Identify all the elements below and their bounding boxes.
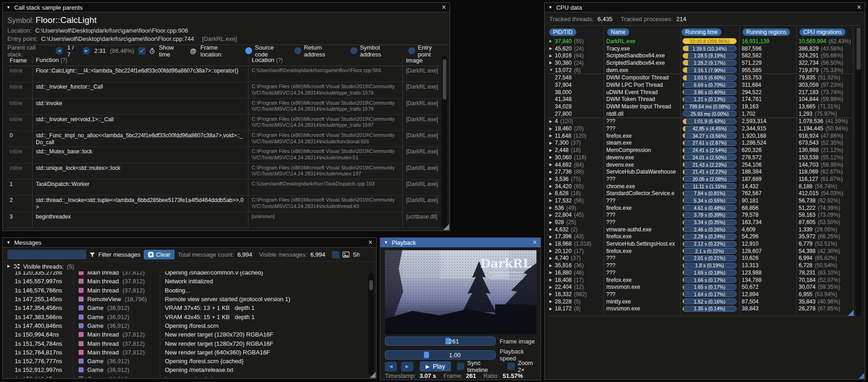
expand-arrow-icon[interactable]: ▶ xyxy=(548,184,555,188)
message-row[interactable]: 1s 153,116,37nsGame(36,912)Intro menu lo… xyxy=(6,375,365,377)
cpu-row[interactable]: ▶18,460(20)???42.85 s (4.45%)2,344,9151,… xyxy=(548,125,853,132)
cpu-row[interactable]: ▶27,548DWM Compositor Thread1:03.5 (6.60… xyxy=(548,74,853,81)
cpu-scrollbar[interactable] xyxy=(856,27,862,316)
cpu-row[interactable]: ▶37,904DWM LPC Port Thread6.69 s (0.70%)… xyxy=(548,81,853,89)
expand-arrow-icon[interactable]: ▶ xyxy=(548,198,555,202)
resize-grip[interactable] xyxy=(370,372,376,378)
cpu-row[interactable]: ▶17,396(43)firefox.exe2.28 s (0.24%)54,2… xyxy=(548,233,853,241)
column-header-image[interactable]: Image xyxy=(402,57,442,64)
callstack-titlebar[interactable]: ▼ Call stack sample parents × xyxy=(3,3,450,12)
sync-timeline-toggle[interactable]: Sync timeline xyxy=(457,360,502,373)
column-header-name[interactable]: Name xyxy=(607,28,629,36)
cpu-row[interactable]: ▶30,380(24)ScriptedSandbox64.exe1:28.2 (… xyxy=(548,59,853,67)
message-row[interactable]: 1s 150,994,64nsMain thread(37,812)New re… xyxy=(6,330,365,339)
cpu-row[interactable]: ▶30,060(116)devenv.exe24.01 s (2.50%)278… xyxy=(548,154,853,161)
sync-timeline-checkbox[interactable] xyxy=(457,363,464,370)
cpu-row[interactable]: ▶7,300(37)steam.exe27.61 s (2.87%)1,286,… xyxy=(548,140,853,147)
cpu-row[interactable]: ▶928(25)???3.34 s (0.35%)163,73487,605(5… xyxy=(548,219,853,226)
column-header-frame[interactable]: Frame xyxy=(6,57,32,64)
close-icon[interactable]: × xyxy=(857,4,861,11)
resize-grip[interactable] xyxy=(858,373,864,379)
expand-arrow-icon[interactable]: ▶ xyxy=(548,163,555,167)
message-row[interactable]: 1s 147,383,566nsGame(36,912)VRAM 43x45: … xyxy=(6,312,365,321)
cpu-row[interactable]: ▶4(120)???1:01.9 (6.43%)2,593,3141,078,5… xyxy=(548,118,853,125)
message-row[interactable]: 1s 147,400,846nsGame(36,912)Opening /for… xyxy=(6,321,365,330)
expand-arrow-icon[interactable]: ▶ xyxy=(548,170,555,174)
cpu-row[interactable]: ▼13,072(6)dwm.exe1:16.1 (7.90%)955,58571… xyxy=(548,67,853,74)
message-row[interactable]: 1s 152,764,817nsMain thread(37,812)New r… xyxy=(6,348,365,357)
message-row[interactable]: 1s 152,776,777nsGame(36,912)Opening /for… xyxy=(6,357,365,365)
expand-arrow-icon[interactable]: ▶ xyxy=(548,264,555,268)
message-row[interactable]: 1s 152,912,997nsGame(36,912)Opening /met… xyxy=(6,365,365,374)
scrollbar-thumb[interactable] xyxy=(857,28,861,70)
callstack-frame-row[interactable]: 2std::thread::_Invoke<std::tuple<<lambda… xyxy=(6,196,442,212)
slider-handle[interactable] xyxy=(424,352,429,358)
message-row[interactable]: 1s 145,557,997nsMain thread(37,812)Netwo… xyxy=(6,277,365,286)
next-callstack-button[interactable]: ▶ xyxy=(83,47,90,55)
column-header-cpu-migrations[interactable]: CPU migrations xyxy=(800,28,845,36)
callstack-frame-row[interactable]: 3beginthreadex[unknown][ucrtbase.dll] xyxy=(6,212,442,228)
expand-arrow-icon[interactable]: ▶ xyxy=(548,127,555,131)
visible-threads-row[interactable]: ▶ Visible threads: (5) xyxy=(3,262,376,271)
expand-arrow-icon[interactable]: ▼ xyxy=(548,68,555,72)
column-header-running-regions[interactable]: Running regions xyxy=(743,28,790,36)
message-row[interactable]: 1s 146,576,766nsMain thread(37,812)Booti… xyxy=(6,286,365,295)
cpu-row[interactable]: ▶4,632(2)vmware-authd.exe2.46 s (0.26%)4… xyxy=(548,226,853,233)
messages-titlebar[interactable]: ▼ Messages × xyxy=(3,238,376,247)
message-filter-input[interactable] xyxy=(7,250,86,259)
expand-arrow-icon[interactable]: ▶ xyxy=(548,220,555,225)
messages-scrollbar[interactable] xyxy=(368,273,374,376)
playback-titlebar[interactable]: ▼ Playback × xyxy=(380,238,541,247)
column-header-function[interactable]: Function(?) xyxy=(32,57,248,64)
cpu-row[interactable]: ▶16,332(982)???1.64 s (0.17%)12,8946,955… xyxy=(548,291,853,298)
scrollbar-thumb[interactable] xyxy=(369,280,373,290)
close-icon[interactable]: × xyxy=(368,239,372,246)
cpu-row[interactable]: ▶2,448(18)MemCompression24.41 s (2.54%)6… xyxy=(548,146,853,154)
prev-callstack-button[interactable]: ◀ xyxy=(56,47,63,55)
callstack-frame-row[interactable]: inlinestd::invokeC:\Program Files (x86)\… xyxy=(6,99,442,115)
resize-grip[interactable] xyxy=(443,224,449,230)
cpu-row[interactable]: ▶28,228(5)mintty.exe1.52 s (0.16%)87,504… xyxy=(548,298,853,305)
cpu-row[interactable]: ▶22,404(12)msvsmon.exe1.65 s (0.17%)50,6… xyxy=(548,283,853,291)
cpu-row[interactable]: ▶34,420(65)chrome.exe11.11 s (1.15%)14,4… xyxy=(548,183,853,190)
expand-arrow-icon[interactable]: ▶ xyxy=(548,206,555,210)
playback-speed-slider[interactable]: 1.00 xyxy=(385,350,496,360)
cpu-row[interactable]: ▶4,740(37)???2.01 s (0.21%)10,6266,994(6… xyxy=(548,255,853,262)
cpu-row[interactable]: ▶34,028DWM Master Input Thread799.64 ms … xyxy=(548,103,853,110)
cpu-titlebar[interactable]: ▼ CPU data × xyxy=(545,3,865,12)
expand-arrow-icon[interactable]: ▶ xyxy=(548,155,555,159)
cpu-row[interactable]: ▶45,620(24)Tracy.exe1:39.5 (10.34%)887,5… xyxy=(548,45,853,52)
zoom-2x-checkbox[interactable] xyxy=(507,363,515,370)
expand-arrow-icon[interactable]: ▶ xyxy=(548,235,555,239)
collapse-triangle-icon[interactable]: ▼ xyxy=(6,241,11,245)
expand-arrow-icon[interactable]: ▶ xyxy=(548,148,555,152)
close-icon[interactable]: × xyxy=(533,239,537,246)
play-button[interactable]: ▶ Play xyxy=(420,361,451,371)
callstack-frame-row[interactable]: 0std::_Func_impl_no_alloc<<lambda_5bc224… xyxy=(6,131,442,147)
column-header-location[interactable]: Location(?) xyxy=(248,57,402,64)
step-forward-button[interactable]: ▶ xyxy=(401,362,413,371)
expand-arrow-icon[interactable]: ▶ xyxy=(548,270,555,275)
cpu-row[interactable]: ▶38,000uDWM Event Thread3.86 s (0.40%)29… xyxy=(548,89,853,96)
collapse-triangle-icon[interactable]: ▼ xyxy=(384,241,388,245)
expand-arrow-icon[interactable]: ▶ xyxy=(548,307,555,311)
expand-arrow-icon[interactable]: ▶ xyxy=(548,134,555,138)
expand-arrow-icon[interactable]: ▶ xyxy=(548,119,555,124)
expand-arrow-icon[interactable]: ▶ xyxy=(548,249,555,253)
scrollbar-thumb[interactable] xyxy=(443,59,446,100)
cpu-row[interactable]: ▶11,648(120)firefox.exe34.27 s (3.56%)1,… xyxy=(548,132,853,140)
callstack-frame-row[interactable]: inlinestd::_Mutex_base::lockC:\Program F… xyxy=(6,147,442,163)
cpu-row[interactable]: ▶10,816(64)ScriptedSandbox64.exe1:28.5 (… xyxy=(548,52,853,59)
expand-arrow-icon[interactable]: ▶ xyxy=(548,299,555,303)
show-frame-images-checkbox[interactable] xyxy=(332,251,339,258)
expand-arrow-icon[interactable]: ▶ xyxy=(548,177,555,181)
show-time-checkbox[interactable]: ✓ xyxy=(138,47,146,55)
frame-image-slider[interactable]: 261 xyxy=(385,337,496,346)
expand-arrow-icon[interactable]: ▶ xyxy=(548,285,555,289)
expand-arrow-icon[interactable]: ▶ xyxy=(548,61,555,65)
expand-arrow-icon[interactable]: ▶ xyxy=(548,54,555,58)
expand-arrow-icon[interactable]: ▶ xyxy=(548,141,555,145)
cpu-row[interactable]: ▶18,968(1,018)ServiceHub.SettingsHost.ex… xyxy=(548,240,853,247)
clear-button[interactable]: Clear xyxy=(144,250,175,259)
collapse-triangle-icon[interactable]: ▼ xyxy=(548,6,552,10)
